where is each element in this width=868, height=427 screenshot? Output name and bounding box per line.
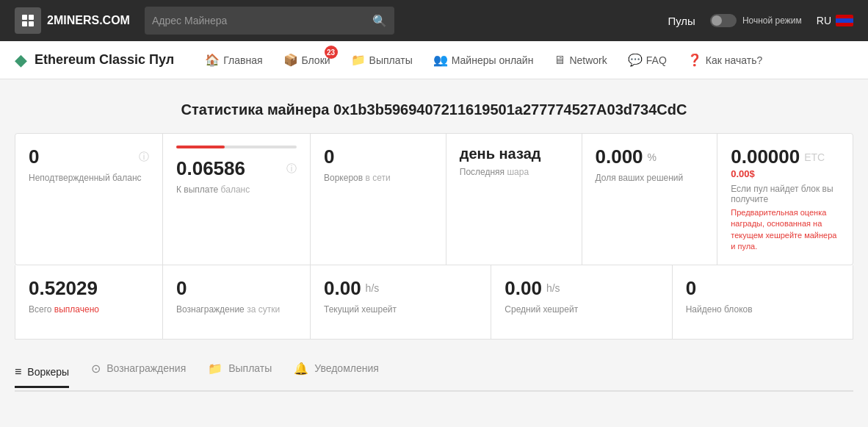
tab-payouts-label: Выплаты [228, 362, 272, 374]
total-paid-link[interactable]: выплачено [54, 304, 99, 315]
daily-reward-value: 0 [176, 277, 297, 300]
search-bar: 🔍 [145, 7, 394, 35]
total-paid-label: Всего выплачено [29, 304, 149, 315]
workers-value: 0 [324, 146, 433, 168]
nav-label-network: Network [569, 54, 607, 66]
main-content: Статистика майнера 0x1b3b596940721161950… [0, 79, 868, 406]
blocks-icon: 📦 [283, 53, 298, 67]
ethereum-diamond-icon: ◆ [15, 51, 27, 70]
share-percent-value: 0.000 % [596, 146, 704, 168]
unconfirmed-label: Неподтвержденный баланс [29, 173, 149, 183]
nav-label-miners: Майнеры онлайн [452, 54, 534, 66]
night-mode-label: Ночной режим [742, 15, 802, 26]
blocks-found-label: Найдено блоков [686, 304, 839, 315]
unconfirmed-info-icon[interactable]: ⓘ [139, 151, 149, 164]
total-paid-value: 0.52029 [29, 277, 149, 300]
tab-notifications[interactable]: 🔔 Уведомления [294, 362, 379, 383]
nav-link-network[interactable]: 🖥 Network [545, 49, 615, 71]
miners-icon: 👥 [433, 53, 448, 67]
night-mode-toggle[interactable] [710, 14, 737, 27]
to-pay-label: К выплате баланс [176, 184, 297, 195]
nav-right: Пулы Ночной режим RU [668, 14, 853, 27]
workers-label: Воркеров в сети [324, 173, 433, 183]
logo[interactable]: 2MINERS.COM [15, 7, 130, 34]
current-hashrate-value: 0.00 h/s [324, 277, 477, 300]
share-percent-label: Доля ваших решений [596, 173, 704, 183]
nav-label-payouts: Выплаты [369, 54, 413, 66]
nav-link-faq[interactable]: 💬 FAQ [619, 49, 676, 71]
tab-notifications-label: Уведомления [314, 362, 379, 374]
stat-workers: 0 Воркеров в сети [311, 134, 446, 265]
workers-tab-icon: ≡ [15, 365, 21, 378]
stat-daily-reward: 0 Вознаграждение за сутки [163, 265, 310, 339]
svg-rect-0 [22, 15, 27, 20]
tab-rewards-label: Вознаграждения [106, 362, 186, 374]
avg-hashrate-value: 0.00 h/s [504, 277, 658, 300]
nav-link-miners[interactable]: 👥 Майнеры онлайн [424, 49, 543, 71]
nav-label-start: Как начать? [706, 54, 762, 66]
network-icon: 🖥 [554, 54, 565, 67]
sub-navbar: ◆ Ethereum Classic Пул 🏠 Главная 📦 Блоки… [0, 41, 868, 79]
nav-label-home: Главная [223, 54, 262, 66]
search-icon[interactable]: 🔍 [372, 14, 387, 28]
payouts-icon: 📁 [351, 53, 366, 67]
svg-rect-2 [22, 21, 27, 26]
notifications-tab-icon: 🔔 [294, 362, 308, 376]
svg-rect-3 [29, 21, 34, 26]
home-icon: 🏠 [205, 53, 220, 67]
nav-link-start[interactable]: ❓ Как начать? [679, 49, 771, 71]
tab-payouts[interactable]: 📁 Выплаты [208, 362, 272, 383]
stat-blocks-found: 0 Найдено блоков [673, 265, 853, 339]
flag-icon [836, 15, 853, 26]
last-share-label: Последняя шара [460, 167, 568, 177]
faq-icon: 💬 [628, 53, 643, 67]
language-button[interactable]: RU [817, 15, 853, 26]
search-input[interactable] [152, 15, 372, 26]
nav-label-faq: FAQ [646, 54, 667, 66]
blocks-badge: 23 [325, 46, 338, 59]
tab-workers-label: Воркеры [27, 366, 69, 378]
stat-last-share: день назад Последняя шара [446, 134, 582, 265]
stats-grid-row2: 0.52029 Всего выплачено 0 Вознаграждение… [15, 265, 853, 340]
stat-total-paid: 0.52029 Всего выплачено [15, 265, 162, 339]
stat-current-hashrate: 0.00 h/s Текущий хешрейт [311, 265, 491, 339]
start-icon: ❓ [687, 53, 702, 67]
coin-name: Ethereum Classic Пул [35, 52, 174, 68]
reward-label: Если пул найдет блок вы получите [731, 184, 839, 204]
stats-grid-row1: 0 ⓘ Неподтвержденный баланс 0.06586 ⓘ К … [15, 133, 853, 265]
payouts-tab-icon: 📁 [208, 362, 223, 376]
nav-link-home[interactable]: 🏠 Главная [196, 49, 271, 71]
pools-button[interactable]: Пулы [668, 15, 695, 27]
stat-unconfirmed: 0 ⓘ Неподтвержденный баланс [15, 134, 162, 265]
coin-logo: ◆ Ethereum Classic Пул [15, 51, 174, 70]
last-share-value: день назад [460, 146, 568, 162]
lang-label: RU [817, 15, 831, 26]
night-mode-toggle-container: Ночной режим [710, 14, 802, 27]
bottom-tabs: ≡ Воркеры ⊙ Вознаграждения 📁 Выплаты 🔔 У… [15, 362, 853, 392]
tab-workers[interactable]: ≡ Воркеры [15, 365, 69, 388]
stat-avg-hashrate: 0.00 h/s Средний хешрейт [491, 265, 671, 339]
nav-link-blocks[interactable]: 📦 Блоки 23 [275, 49, 339, 71]
reward-usd: 0.00$ [731, 168, 839, 179]
stat-share-percent: 0.000 % Доля ваших решений [582, 134, 717, 265]
nav-link-payouts[interactable]: 📁 Выплаты [342, 49, 422, 71]
avg-hashrate-label: Средний хешрейт [504, 304, 658, 315]
tab-rewards[interactable]: ⊙ Вознаграждения [91, 362, 186, 383]
reward-value: 0.00000 ETC [731, 146, 839, 168]
to-pay-info-icon[interactable]: ⓘ [286, 162, 297, 176]
logo-icon [15, 7, 41, 34]
unconfirmed-value: 0 [29, 146, 39, 168]
daily-reward-label: Вознаграждение за сутки [176, 304, 297, 315]
reward-note: Предварительная оценка награды, основанн… [731, 207, 839, 253]
svg-rect-1 [29, 15, 34, 20]
to-pay-value: 0.06586 [176, 157, 245, 180]
stat-to-pay: 0.06586 ⓘ К выплате баланс [163, 134, 310, 265]
stat-reward: 0.00000 ETC 0.00$ Если пул найдет блок в… [717, 134, 853, 265]
blocks-found-value: 0 [686, 277, 839, 300]
top-navbar: 2MINERS.COM 🔍 Пулы Ночной режим RU [0, 0, 868, 41]
progress-bar-container [176, 146, 297, 148]
nav-links: 🏠 Главная 📦 Блоки 23 📁 Выплаты 👥 Майнеры… [196, 49, 853, 71]
rewards-tab-icon: ⊙ [91, 362, 101, 376]
logo-text: 2MINERS.COM [47, 14, 130, 27]
current-hashrate-label: Текущий хешрейт [324, 304, 477, 315]
